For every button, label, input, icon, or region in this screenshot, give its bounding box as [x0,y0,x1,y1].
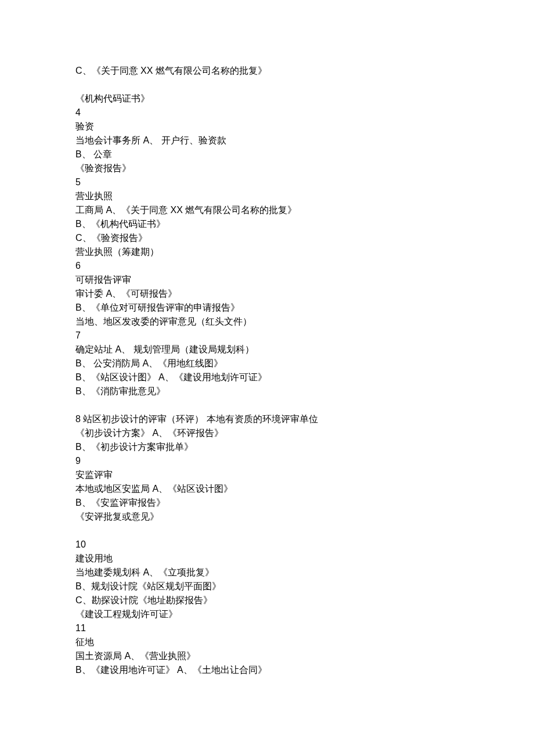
text-line: 当地建委规划科 A、《立项批复》 [75,566,459,579]
text-line: 本地或地区安监局 A、《站区设计图》 [75,482,459,496]
text-line: B、《安监评审报告》 [75,496,459,510]
text-line: 工商局 A、《关于同意 XX 燃气有限公司名称的批复》 [75,203,459,217]
text-line: 可研报告评审 [75,273,459,287]
text-line: B、《建设用地许可证》 A、《土地出让合同》 [75,663,459,677]
text-line: C、勘探设计院《地址勘探报告》 [75,593,459,607]
text-line: 《建设工程规划许可证》 [75,607,459,621]
text-line: 营业执照 [75,189,459,203]
text-line: 11 [75,621,459,635]
text-line: 7 [75,329,459,343]
text-line: 审计委 A、《可研报告》 [75,287,459,301]
text-line: B、《机构代码证书》 [75,217,459,231]
text-line: 《初步设计方案》 A、《环评报告》 [75,426,459,440]
text-line: 8 站区初步设计的评审（环评） 本地有资质的环境评审单位 [75,412,459,426]
text-line: 安监评审 [75,468,459,482]
text-line: 验资 [75,120,459,134]
text-line: B、 公安消防局 A、《用地红线图》 [75,357,459,370]
blank-line [75,398,459,412]
text-line: 国土资源局 A、《营业执照》 [75,649,459,663]
text-line: 10 [75,538,459,552]
text-line: B、规划设计院《站区规划平面图》 [75,579,459,593]
text-line: B、 公章 [75,147,459,161]
blank-line [75,524,459,538]
text-line: 6 [75,259,459,273]
text-line: 当地会计事务所 A、 开户行、验资款 [75,134,459,147]
text-line: 建设用地 [75,552,459,566]
text-line: 《机构代码证书》 [75,92,459,106]
text-line: C、《关于同意 XX 燃气有限公司名称的批复》 [75,64,459,78]
text-line: 营业执照（筹建期） [75,245,459,259]
text-line: 《安评批复或意见》 [75,510,459,524]
text-line: 5 [75,175,459,189]
text-line: B、《站区设计图》 A、《建设用地划许可证》 [75,370,459,384]
text-line: 当地、地区发改委的评审意见（红头文件） [75,315,459,329]
blank-line [75,78,459,92]
text-line: B、《初步设计方案审批单》 [75,440,459,454]
text-line: C、《验资报告》 [75,231,459,245]
text-line: B、《消防审批意见》 [75,384,459,398]
text-line: 征地 [75,635,459,649]
text-line: 《验资报告》 [75,161,459,175]
text-line: B、《单位对可研报告评审的申请报告》 [75,301,459,315]
text-line: 4 [75,106,459,120]
document-page: C、《关于同意 XX 燃气有限公司名称的批复》《机构代码证书》4验资当地会计事务… [0,0,534,756]
text-line: 确定站址 A、 规划管理局（建设局规划科） [75,343,459,357]
text-line: 9 [75,454,459,468]
